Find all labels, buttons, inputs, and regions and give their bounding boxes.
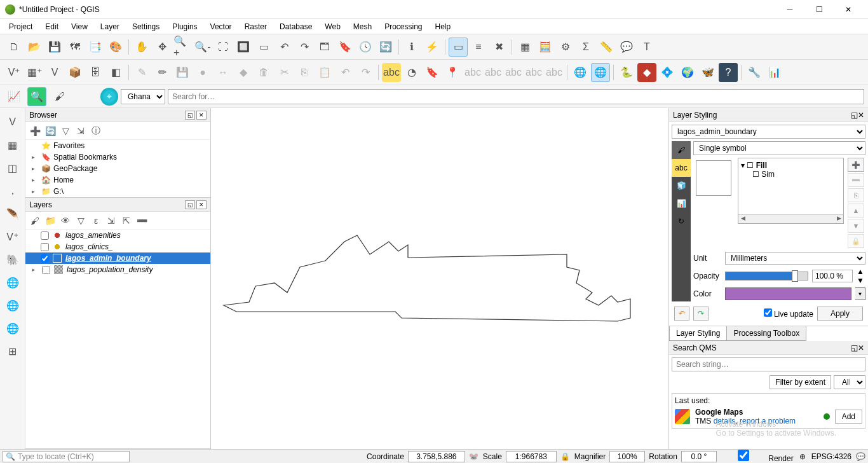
plugin6-icon[interactable]: 📊 [765,63,784,82]
menu-view[interactable]: View [65,20,94,34]
save-project-icon[interactable]: 💾 [45,38,64,57]
menu-plugins[interactable]: Plugins [166,20,203,34]
label-show-icon[interactable]: abc [463,63,482,82]
qms-details-link[interactable]: details [714,417,736,425]
unit-select[interactable]: Millimeters [725,252,865,265]
lock-button[interactable]: 🔒 [848,234,864,248]
messages-icon[interactable]: 💬 [855,452,865,462]
qms-search-icon[interactable]: 🔍 [27,87,46,106]
open-attr-table-icon[interactable]: ▦ [515,38,534,57]
diagrams-tab-icon[interactable]: 📊 [672,195,691,212]
label-change-icon[interactable]: abc [524,63,543,82]
nominatim-endpoint-select[interactable]: Ghana [121,89,165,104]
coordinate-input[interactable] [408,451,465,462]
duplicate-symbol-layer-button[interactable]: ⎘ [848,188,864,202]
color-picker[interactable] [725,287,851,300]
layout-manager-icon[interactable]: 📑 [86,38,105,57]
plugin4-icon[interactable]: 🦋 [698,63,717,82]
style-manager-icon[interactable]: 🎨 [106,38,125,57]
field-calc-icon[interactable]: 🧮 [536,38,555,57]
qms-close-button[interactable]: ✕ [858,343,864,352]
select-features-icon[interactable]: ▭ [449,38,468,57]
opacity-input[interactable] [812,270,853,282]
symbology-tab-icon[interactable]: 🖌 [672,141,691,159]
menu-web[interactable]: Web [318,20,346,34]
redo-style-button[interactable]: ↷ [693,307,709,321]
plugin2-icon[interactable]: 💠 [658,63,677,82]
tab-processing-toolbox[interactable]: Processing Toolbox [726,326,806,341]
menu-help[interactable]: Help [429,20,458,34]
plugin1-icon[interactable]: ◆ [637,63,656,82]
add-csv-layer-icon[interactable]: ， [3,181,22,200]
menu-settings[interactable]: Settings [126,20,166,34]
layer-label[interactable]: lagos_population_density [67,265,153,274]
add-wcs-icon[interactable]: 🌐 [3,296,22,315]
qms-filter-extent-button[interactable]: Filter by extent [770,375,831,389]
menu-edit[interactable]: Edit [39,20,65,34]
add-virtual-icon[interactable]: V⁺ [3,227,22,246]
new-project-icon[interactable]: 🗋 [4,38,24,57]
layers-add-group-icon[interactable]: 📁 [43,214,57,228]
plugin5-icon[interactable]: 🔧 [745,63,764,82]
menu-project[interactable]: Project [3,20,39,34]
new-spatialite-icon[interactable]: 🗄 [86,63,105,82]
layers-close-button[interactable]: ✕ [196,200,207,209]
history-tab-icon[interactable]: ↻ [672,212,691,230]
new-virtual-icon[interactable]: ◧ [106,63,125,82]
browser-close-button[interactable]: ✕ [196,111,207,120]
qms-filter-type-select[interactable]: All [834,375,865,389]
node-tool-icon[interactable]: ◆ [234,63,253,82]
toggle-editing-icon[interactable]: ✏ [153,63,172,82]
label-hide-icon[interactable]: abc [545,63,564,82]
layer-checkbox[interactable] [42,266,50,274]
opacity-spin-down[interactable]: ▼ [857,276,865,285]
layers-visibility-icon[interactable]: 👁 [58,214,72,228]
temporal-icon[interactable]: 🕓 [356,38,375,57]
layers-undock-button[interactable]: ◱ [185,200,195,209]
current-edits-icon[interactable]: ✎ [132,63,151,82]
menu-processing[interactable]: Processing [378,20,428,34]
diagram-icon[interactable]: ◔ [402,63,421,82]
browser-props-icon[interactable]: ⓘ [89,124,103,138]
plugin3-icon[interactable]: 🌍 [678,63,697,82]
add-symbol-layer-button[interactable]: ➕ [848,158,864,172]
qms-style-icon[interactable]: 🖌 [50,87,69,106]
add-mesh-layer-icon[interactable]: ◫ [3,158,22,177]
paste-icon[interactable]: 📋 [315,63,334,82]
qms-result-google-maps[interactable]: Google Maps TMS details, report a proble… [675,408,862,425]
layer-label[interactable]: lagos_amenities [65,231,121,240]
layer-checkbox[interactable] [41,254,49,263]
symbol-preview[interactable] [696,160,731,196]
nominatim-search-input[interactable] [168,89,864,104]
maximize-button[interactable]: ☐ [804,0,834,19]
qms-add-button[interactable]: Add [835,410,862,424]
labels-tab-icon[interactable]: abc [672,159,691,177]
label-highlight-icon[interactable]: 🔖 [423,63,442,82]
new-bookmark-icon[interactable]: 🔖 [336,38,355,57]
map-canvas[interactable] [211,108,668,449]
layers-expression-icon[interactable]: ε [89,214,103,228]
add-wfs-icon[interactable]: 🌐 [3,319,22,338]
undo-style-button[interactable]: ↶ [674,307,689,321]
redo-icon[interactable]: ↷ [356,63,375,82]
styling-undock-button[interactable]: ◱ [851,111,858,120]
map-tips-icon[interactable]: 💬 [617,38,636,57]
crs-icon[interactable]: ⊕ [797,452,808,462]
expand-icon[interactable]: ▸ [32,266,38,273]
menu-database[interactable]: Database [273,20,318,34]
layers-expand-icon[interactable]: ⇲ [104,214,118,228]
layers-style-icon[interactable]: 🖌 [28,214,42,228]
minimize-button[interactable]: ─ [775,0,804,19]
toolbox-icon[interactable]: ⚙ [556,38,575,57]
label-rotate-icon[interactable]: abc [504,63,523,82]
add-xyz-icon[interactable]: ⊞ [3,342,22,361]
add-vector-layer-icon[interactable]: V [3,113,22,132]
chart-icon[interactable]: 📈 [4,87,24,106]
close-button[interactable]: ✕ [834,0,863,19]
layer-checkbox[interactable] [41,243,49,251]
opacity-spin-up[interactable]: ▲ [857,267,865,276]
zoom-layer-icon[interactable]: ▭ [254,38,273,57]
lock-scale-icon[interactable]: 🔒 [560,452,571,462]
menu-raster[interactable]: Raster [238,20,273,34]
osm-download-icon[interactable]: 🌐 [571,63,590,82]
